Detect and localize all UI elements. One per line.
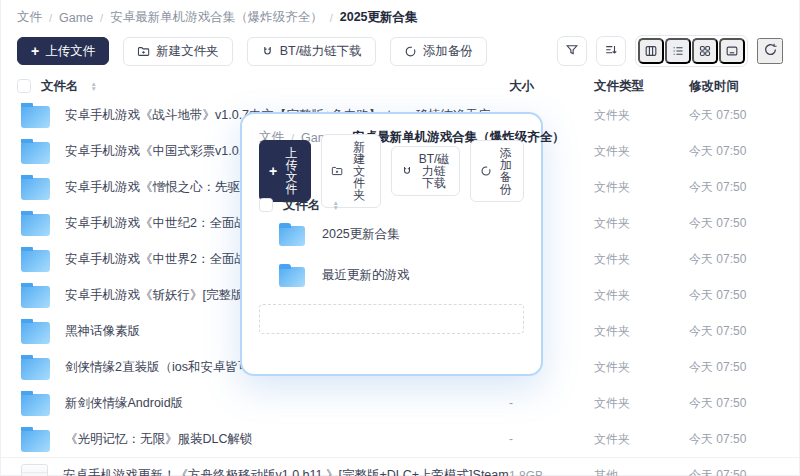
folder-preview-popup: 文件 / Game / 安卓最新单机游戏合集（爆炸级齐全） + 上传文件 新建文… bbox=[240, 112, 543, 376]
filter-button[interactable] bbox=[557, 36, 587, 66]
file-type: 文件夹 bbox=[594, 287, 689, 304]
folder-icon bbox=[21, 142, 50, 164]
refresh-button[interactable] bbox=[757, 38, 783, 64]
table-header: 文件名 ▲▼ 大小 文件类型 修改时间 bbox=[1, 75, 799, 97]
upload-file-label: 上传文件 bbox=[282, 147, 301, 195]
view-mode-segment bbox=[635, 35, 748, 67]
column-sort-icon[interactable]: ▲▼ bbox=[91, 81, 97, 91]
file-modified: 今天 07:50 bbox=[689, 215, 789, 232]
add-backup-label: 添加备份 bbox=[497, 147, 514, 195]
drop-zone[interactable] bbox=[259, 304, 524, 334]
file-modified: 今天 07:50 bbox=[689, 359, 789, 376]
file-type: 文件夹 bbox=[594, 431, 689, 448]
folder-icon bbox=[21, 322, 50, 344]
new-folder-label: 新建文件夹 bbox=[156, 45, 219, 58]
folder-icon bbox=[21, 286, 50, 308]
bt-magnet-download-label: BT/磁力链下载 bbox=[280, 45, 362, 58]
file-name[interactable]: 新剑侠情缘Android版 bbox=[65, 395, 183, 412]
popup-table-row[interactable]: 2025更新合集 bbox=[259, 214, 524, 255]
file-manager: 文件 / Game / 安卓最新单机游戏合集（爆炸级齐全） / 2025更新合集… bbox=[0, 0, 800, 476]
folder-icon bbox=[21, 430, 50, 452]
breadcrumb-separator: / bbox=[100, 12, 103, 24]
folder-icon bbox=[21, 394, 50, 416]
column-sort-icon[interactable]: ▲▼ bbox=[333, 200, 339, 210]
magnet-icon bbox=[401, 165, 413, 177]
file-type: 文件夹 bbox=[594, 323, 689, 340]
view-compact-icon[interactable] bbox=[719, 38, 745, 64]
file-name[interactable]: 2025更新合集 bbox=[322, 226, 400, 243]
column-type-label: 文件类型 bbox=[594, 78, 689, 95]
breadcrumb-current: 2025更新合集 bbox=[340, 9, 418, 26]
file-type: 文件夹 bbox=[594, 395, 689, 412]
add-backup-label: 添加备份 bbox=[423, 45, 473, 58]
popup-table-header: 文件名 ▲▼ bbox=[259, 196, 524, 214]
column-name-label: 文件名 bbox=[41, 78, 79, 95]
view-controls bbox=[557, 35, 783, 67]
folder-icon bbox=[279, 226, 305, 246]
new-folder-button[interactable]: 新建文件夹 bbox=[123, 37, 233, 66]
table-row[interactable]: 《光明记忆：无限》服装DLC解锁 - 文件夹 今天 07:50 bbox=[1, 421, 799, 457]
view-list-icon[interactable] bbox=[665, 38, 691, 64]
file-name[interactable]: 最近更新的游戏 bbox=[322, 267, 410, 284]
file-type: 文件夹 bbox=[594, 179, 689, 196]
popup-select-all-checkbox[interactable] bbox=[259, 198, 273, 212]
circle-backup-icon bbox=[404, 45, 417, 58]
folder-icon bbox=[21, 358, 50, 380]
breadcrumb-item-collection[interactable]: 安卓最新单机游戏合集（爆炸级齐全） bbox=[110, 9, 323, 26]
folder-icon bbox=[279, 267, 305, 287]
file-modified: 今天 07:50 bbox=[689, 143, 789, 160]
sort-lines-icon bbox=[604, 43, 618, 60]
folder-plus-icon bbox=[137, 45, 150, 58]
view-columns-icon[interactable] bbox=[638, 38, 664, 64]
file-name[interactable]: 黑神话像素版 bbox=[65, 323, 140, 340]
view-grid-icon[interactable] bbox=[692, 38, 718, 64]
file-size: - bbox=[509, 396, 594, 410]
plus-icon: + bbox=[269, 166, 277, 176]
file-modified: 今天 07:50 bbox=[689, 323, 789, 340]
folder-plus-icon bbox=[331, 165, 343, 177]
column-name-label: 文件名 bbox=[283, 197, 321, 214]
upload-file-button[interactable]: + 上传文件 bbox=[17, 37, 109, 66]
folder-icon bbox=[21, 250, 50, 272]
folder-icon bbox=[21, 214, 50, 236]
popup-toolbar: + 上传文件 新建文件夹 BT/磁力链下载 添加备份 bbox=[259, 157, 524, 185]
file-modified: 今天 07:50 bbox=[689, 107, 789, 124]
file-modified: 今天 07:50 bbox=[689, 395, 789, 412]
select-all-checkbox[interactable] bbox=[17, 79, 31, 93]
file-name[interactable]: 安卓手机游戏更新！《方舟终极移动版v1.0 b11 》[完整版+DLC+上帝模式… bbox=[63, 467, 509, 476]
upload-file-label: 上传文件 bbox=[45, 45, 95, 58]
breadcrumb-item-game[interactable]: Game bbox=[59, 11, 93, 25]
table-row[interactable]: 安卓手机游戏更新！《方舟终极移动版v1.0 b11 》[完整版+DLC+上帝模式… bbox=[1, 457, 799, 476]
file-type: 其他 bbox=[594, 467, 689, 476]
bt-magnet-download-label: BT/磁力链下载 bbox=[418, 153, 451, 189]
circle-backup-icon bbox=[480, 165, 492, 177]
breadcrumb-item-files[interactable]: 文件 bbox=[17, 9, 42, 26]
breadcrumb-separator: / bbox=[330, 12, 333, 24]
apk-file-icon bbox=[21, 464, 48, 476]
bt-magnet-download-button[interactable]: BT/磁力链下载 bbox=[247, 37, 376, 66]
sort-button[interactable] bbox=[596, 36, 626, 66]
column-size-label: 大小 bbox=[509, 78, 594, 95]
file-type: 文件夹 bbox=[594, 143, 689, 160]
plus-icon: + bbox=[31, 46, 39, 56]
file-modified: 今天 07:50 bbox=[689, 179, 789, 196]
add-backup-button[interactable]: 添加备份 bbox=[390, 37, 487, 66]
file-size: 1.8GB bbox=[509, 469, 594, 476]
popup-table-row[interactable]: 最近更新的游戏 bbox=[259, 255, 524, 296]
file-name[interactable]: 《光明记忆：无限》服装DLC解锁 bbox=[65, 431, 253, 448]
breadcrumb-separator: / bbox=[49, 12, 52, 24]
table-row[interactable]: 新剑侠情缘Android版 - 文件夹 今天 07:50 bbox=[1, 385, 799, 421]
file-size: - bbox=[509, 432, 594, 446]
file-modified: 今天 07:50 bbox=[689, 251, 789, 268]
popup-bt-magnet-download-button[interactable]: BT/磁力链下载 bbox=[391, 146, 461, 196]
folder-icon bbox=[21, 106, 50, 128]
refresh-icon bbox=[763, 42, 778, 60]
magnet-icon bbox=[261, 45, 274, 58]
popup-upload-file-button[interactable]: + 上传文件 bbox=[259, 140, 311, 202]
breadcrumb: 文件 / Game / 安卓最新单机游戏合集（爆炸级齐全） / 2025更新合集 bbox=[1, 0, 799, 30]
file-type: 文件夹 bbox=[594, 107, 689, 124]
toolbar: + 上传文件 新建文件夹 BT/磁力链下载 添加备份 bbox=[17, 35, 783, 67]
popup-add-backup-button[interactable]: 添加备份 bbox=[470, 140, 524, 202]
file-modified: 今天 07:50 bbox=[689, 287, 789, 304]
file-modified: 今天 07:50 bbox=[689, 431, 789, 448]
